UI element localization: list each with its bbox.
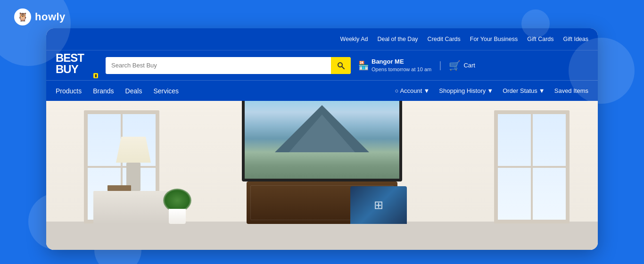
howly-brand-name: howly <box>35 11 66 23</box>
bg-decoration-6 <box>521 9 550 38</box>
bb-store-info[interactable]: 🏪 Bangor ME Opens tomorrow at 10 am <box>358 58 431 73</box>
topnav-deal-of-the-day[interactable]: Deal of the Day <box>377 36 418 42</box>
scene-plant-pot <box>169 209 186 224</box>
bb-secondnav-right: ○ Account ▼ Shopping History ▼ Order Sta… <box>395 87 588 94</box>
topnav-credit-cards[interactable]: Credit Cards <box>428 36 461 42</box>
scene-floor <box>46 222 598 250</box>
search-input[interactable] <box>106 57 331 74</box>
account-label: Account <box>400 87 422 94</box>
cart-icon: 🛒 <box>449 60 461 71</box>
store-location: Bangor ME <box>372 58 431 66</box>
order-status-chevron: ▼ <box>539 87 545 94</box>
scene-lamp-shade <box>116 137 151 163</box>
shopping-history-chevron: ▼ <box>487 87 493 94</box>
store-hours: Opens tomorrow at 10 am <box>372 66 431 73</box>
bg-decoration-4 <box>569 38 635 104</box>
scene-tv-mountain <box>275 105 369 152</box>
bb-logo[interactable]: BEST BUY ▮ <box>56 52 98 78</box>
windows-logo-icon: ⊞ <box>374 198 383 212</box>
nav-products[interactable]: Products <box>56 85 82 97</box>
topnav-weekly-ad[interactable]: Weekly Ad <box>340 36 368 42</box>
scene-books <box>107 185 131 191</box>
nav-shopping-history[interactable]: Shopping History ▼ <box>439 87 493 94</box>
nav-services[interactable]: Services <box>153 85 179 97</box>
cart-label: Cart <box>463 62 475 69</box>
bb-main-header: BEST BUY ▮ 🏪 Bangor ME Opens tomorrow at… <box>46 50 598 80</box>
bb-topnav-bar: Weekly Ad Deal of the Day Credit Cards F… <box>46 28 598 50</box>
browser-window: Weekly Ad Deal of the Day Credit Cards F… <box>46 28 598 250</box>
topnav-for-your-business[interactable]: For Your Business <box>470 36 518 42</box>
howly-logo-icon: 🦉 <box>14 8 31 25</box>
bb-secondnav-left: Products Brands Deals Services <box>56 85 395 97</box>
nav-brands[interactable]: Brands <box>93 85 114 97</box>
scene-window-right <box>494 110 570 223</box>
scene-tv-screen <box>242 101 402 182</box>
scene-side-table <box>93 191 169 224</box>
order-status-label: Order Status <box>503 87 537 94</box>
owl-icon: 🦉 <box>17 12 28 22</box>
bb-hero-image: ⊞ <box>46 101 598 250</box>
bb-logo-text-line2: BUY <box>56 64 78 75</box>
nav-order-status[interactable]: Order Status ▼ <box>503 87 545 94</box>
search-button[interactable] <box>331 57 351 74</box>
search-icon <box>337 62 345 69</box>
scene-tv-content <box>245 101 399 179</box>
scene-laptop-screen: ⊞ <box>350 186 407 224</box>
bb-store-text: Bangor ME Opens tomorrow at 10 am <box>372 58 431 73</box>
account-icon: ○ <box>395 87 399 94</box>
account-chevron: ▼ <box>423 87 429 94</box>
bb-search-bar <box>106 57 351 74</box>
nav-account[interactable]: ○ Account ▼ <box>395 87 430 94</box>
topnav-gift-ideas[interactable]: Gift Ideas <box>563 36 589 42</box>
shopping-history-label: Shopping History <box>439 87 486 94</box>
howly-header: 🦉 howly <box>14 8 66 25</box>
store-icon: 🏪 <box>358 60 369 71</box>
nav-deals[interactable]: Deals <box>125 85 142 97</box>
header-divider: | <box>439 60 441 71</box>
bb-logo-tag: ▮ <box>93 73 98 78</box>
svg-line-1 <box>342 66 344 69</box>
bb-logo-text-line1: BEST <box>56 52 84 64</box>
bb-second-nav: Products Brands Deals Services ○ Account… <box>46 80 598 101</box>
bb-cart[interactable]: 🛒 Cart <box>449 60 475 71</box>
scene-laptop: ⊞ <box>350 186 407 224</box>
